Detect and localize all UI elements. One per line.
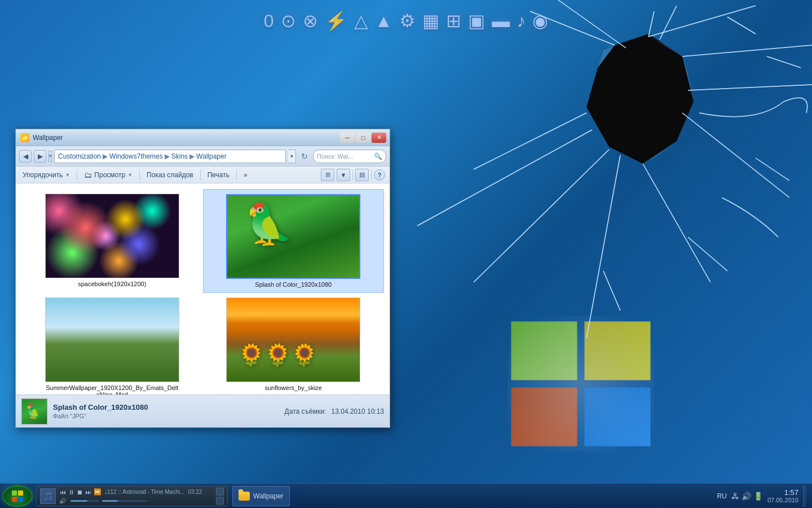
volume-tray-icon[interactable]: 🔊 [742, 492, 751, 501]
dock-icon-3[interactable]: ⚡ [325, 10, 347, 32]
refresh-button[interactable]: ↻ [298, 150, 311, 163]
language-indicator[interactable]: RU [717, 492, 727, 500]
thumbnail-view-button[interactable]: ⊞ [321, 169, 334, 181]
thumbnail-summer [45, 297, 179, 382]
battery-tray-icon[interactable]: 🔋 [753, 492, 763, 501]
breadcrumb-item-customization[interactable]: Customization [58, 152, 101, 160]
status-date-value: 13.04.2010 10:13 [332, 408, 384, 415]
svg-marker-22 [598, 45, 615, 68]
system-clock[interactable]: 1:57 07.05.2010 [767, 488, 798, 503]
svg-line-7 [474, 150, 609, 282]
file-item-splash[interactable]: Splash of Color_1920x1080 [203, 189, 385, 293]
network-tray-icon[interactable]: 🖧 [731, 492, 739, 501]
volume-icon: 🔊 [59, 498, 66, 504]
dock-icon-12[interactable]: ◉ [532, 10, 548, 32]
svg-line-16 [660, 6, 677, 40]
svg-line-17 [474, 113, 586, 169]
status-meta: Дата съёмки: 13.04.2010 10:13 [285, 408, 384, 415]
dock-icon-2[interactable]: ⊗ [303, 10, 318, 32]
breadcrumb-dropdown[interactable]: ▼ [288, 150, 296, 163]
layout-button[interactable]: ▤ [355, 169, 369, 181]
dock-icon-9[interactable]: ▣ [468, 10, 485, 32]
status-date-label: Дата съёмки: [285, 408, 326, 415]
svg-line-1 [648, 6, 756, 37]
maximize-button[interactable]: □ [356, 133, 370, 143]
status-bar: 🦜 Splash of Color_1920x1080 Файл "JPG" Д… [16, 395, 390, 427]
dock-icon-6[interactable]: ⚙ [399, 10, 416, 32]
progress-bar[interactable] [102, 500, 147, 502]
organize-chevron: ▼ [65, 172, 70, 178]
toolbar-separator-4 [236, 170, 237, 180]
file-label-spacebokeh: spacebokeh(1920x1200) [78, 281, 146, 287]
dock-icon-8[interactable]: ⊞ [446, 10, 461, 32]
next-button[interactable]: ⏭ [85, 488, 92, 496]
media-controls: ⏮ ⏸ ⏹ ⏭ ⏩ [59, 488, 102, 496]
dock-icon-4[interactable]: △ [354, 10, 368, 32]
breadcrumb-item-themes[interactable]: Windows7themes [109, 152, 163, 160]
svg-line-11 [767, 56, 801, 68]
close-button[interactable]: ✕ [372, 133, 386, 143]
summer-preview [46, 298, 179, 382]
file-area[interactable]: spacebokeh(1920x1200) Splash of Color_19… [16, 183, 390, 395]
wallpaper-taskbar-button[interactable]: Wallpaper [232, 486, 290, 506]
status-filetype: Файл "JPG" [53, 413, 148, 419]
svg-line-2 [682, 45, 812, 56]
dock-icon-5[interactable]: ▲ [375, 11, 393, 32]
search-box[interactable]: Поиск: Wal... 🔍 [313, 150, 386, 163]
prev-button[interactable]: ⏮ [59, 488, 67, 496]
history-dropdown[interactable]: ▼ [48, 151, 52, 162]
file-label-sunflowers: sunflowers_by_skize [265, 384, 323, 391]
back-button[interactable]: ◀ [19, 150, 32, 163]
help-button[interactable]: ? [374, 169, 385, 181]
forward-button[interactable]: ▶ [34, 150, 46, 163]
stop-button[interactable]: ⏹ [76, 488, 83, 496]
file-item-sunflowers[interactable]: sunflowers_by_skize [203, 293, 385, 395]
explorer-window: 📁 Wallpaper ─ □ ✕ ◀ ▶ ▼ Customization ▶ … [15, 129, 390, 428]
folder-icon [239, 492, 250, 501]
view-dropdown-button[interactable]: ▼ [337, 169, 350, 181]
status-thumbnail: 🦜 [21, 398, 47, 424]
svg-line-8 [558, 0, 626, 48]
svg-marker-19 [648, 37, 682, 56]
address-bar[interactable]: Customization ▶ Windows7themes ▶ Skins ▶… [54, 150, 286, 163]
file-label-summer: SummerWallpaper_1920X1200_By_Emats_Delta… [45, 384, 180, 395]
media-extra-2[interactable] [216, 497, 224, 505]
dock-icon-11[interactable]: ♪ [517, 11, 526, 32]
search-icon[interactable]: 🔍 [374, 152, 382, 160]
minimize-button[interactable]: ─ [340, 133, 355, 143]
thumbnail-sunflowers [226, 297, 360, 382]
breadcrumb-item-wallpaper[interactable]: Wallpaper [196, 152, 227, 160]
breadcrumb-item-skins[interactable]: Skins [171, 152, 188, 160]
dock-icon-10[interactable]: ▬ [492, 11, 510, 32]
start-button[interactable] [2, 485, 33, 507]
dock-icon-7[interactable]: ▦ [422, 10, 439, 32]
tray-icons: 🖧 🔊 🔋 [731, 492, 763, 501]
window-title: Wallpaper [33, 134, 63, 142]
volume-slider[interactable] [70, 500, 99, 502]
print-button[interactable]: Печать [205, 170, 232, 180]
clock-date: 07.05.2010 [767, 497, 798, 503]
show-desktop-button[interactable] [803, 485, 806, 507]
sunflowers-preview [227, 298, 360, 382]
file-label-splash: Splash of Color_1920x1080 [255, 281, 332, 288]
parrot-preview [227, 195, 359, 278]
svg-rect-23 [12, 491, 17, 496]
more-button[interactable]: » [241, 170, 250, 180]
toolbar-separator-1 [77, 170, 77, 180]
svg-line-12 [756, 158, 789, 181]
media-track-info: ♩112 :: Astrovoid - Time Machi... [104, 489, 184, 495]
toolbar-separator-2 [139, 170, 140, 180]
system-tray: RU 🖧 🔊 🔋 1:57 07.05.2010 [717, 485, 810, 507]
file-item-summer[interactable]: SummerWallpaper_1920X1200_By_Emats_Delta… [21, 293, 203, 395]
dock-icon-0[interactable]: 0 [264, 11, 274, 32]
view-button[interactable]: 🗂 Просмотр ▼ [82, 169, 135, 181]
play-pause-button[interactable]: ⏸ [68, 488, 75, 496]
fast-forward-button[interactable]: ⏩ [93, 488, 102, 496]
organize-button[interactable]: Упорядочить ▼ [20, 170, 72, 180]
svg-line-10 [727, 17, 756, 34]
media-extra-1[interactable] [216, 488, 224, 496]
file-item-spacebokeh[interactable]: spacebokeh(1920x1200) [21, 189, 203, 293]
clock-time: 1:57 [767, 488, 798, 497]
dock-icon-1[interactable]: ⊙ [281, 10, 296, 32]
slideshow-button[interactable]: Показ слайдов [144, 170, 196, 180]
